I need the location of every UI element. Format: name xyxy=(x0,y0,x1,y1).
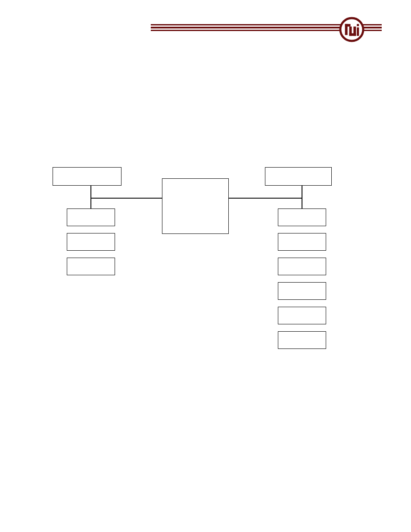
right-item-box xyxy=(278,208,326,226)
right-item-box xyxy=(278,233,326,251)
center-node-box xyxy=(162,178,229,234)
svg-rect-7 xyxy=(357,28,359,36)
left-item-box xyxy=(67,258,115,275)
left-item-box xyxy=(67,233,115,251)
right-header-box xyxy=(265,167,332,186)
connector xyxy=(90,186,91,198)
connector xyxy=(229,198,302,199)
right-item-box xyxy=(278,331,326,349)
connector xyxy=(302,186,302,198)
right-item-box xyxy=(278,282,326,300)
connector xyxy=(302,198,302,208)
connector xyxy=(90,198,91,208)
svg-rect-5 xyxy=(353,27,356,36)
right-item-box xyxy=(278,258,326,275)
right-item-box xyxy=(278,307,326,324)
svg-rect-2 xyxy=(345,24,351,27)
brand-logo-icon xyxy=(339,17,364,42)
connector xyxy=(90,198,162,199)
left-header-box xyxy=(53,167,121,186)
svg-rect-6 xyxy=(357,24,359,26)
left-item-box xyxy=(67,208,115,226)
